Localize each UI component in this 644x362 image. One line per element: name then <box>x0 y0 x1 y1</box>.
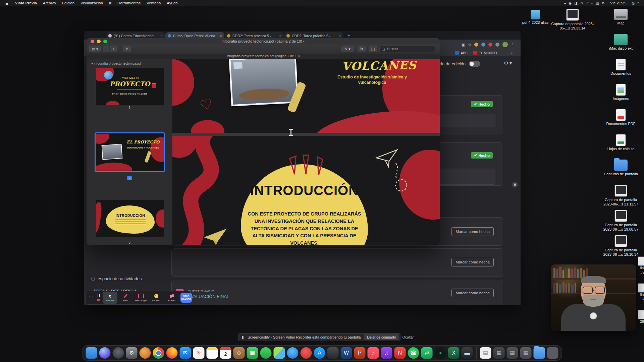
dock-word[interactable]: W <box>341 347 352 359</box>
webcam-overlay[interactable] <box>551 264 636 331</box>
page-thumbnail-1[interactable]: PROPUESTA PROYECTO PROF. DAVID PÉREZ VIL… <box>96 68 164 105</box>
page-thumbnail-2[interactable]: EL PROYECTO TERREMOTOS Y VOLCANES <box>96 133 164 171</box>
dock-contacts[interactable]: ☺ <box>233 347 245 359</box>
menu-ventana[interactable]: Ventana <box>144 1 164 5</box>
course-index-activity[interactable]: espacio de actividades <box>91 276 142 281</box>
dock-notes[interactable] <box>207 347 218 359</box>
dock-display-2[interactable]: ▦ <box>507 347 518 359</box>
bookmark-star-icon[interactable]: ☆ <box>468 43 471 47</box>
menu-herramientas[interactable]: Herramientas <box>114 1 144 5</box>
dock-spotify[interactable]: ≈ <box>435 347 446 359</box>
preview-titlebar[interactable]: infografía proyecto tectónica.pdf (págin… <box>87 38 440 44</box>
dock-news[interactable]: N <box>394 347 406 359</box>
dock-screen-share[interactable]: ⇄ <box>421 347 433 359</box>
desktop-icon-screenshot[interactable]: Captura de pantalla 2023-05-...s 19.33.1… <box>549 9 596 30</box>
mark-done-button[interactable]: Marcar como hecha <box>451 258 494 266</box>
menu-vista-previa[interactable]: Vista Previa <box>12 1 40 5</box>
eraser-tool[interactable]: Eraser <box>164 292 179 304</box>
stop-recording-button[interactable] <box>97 299 100 301</box>
zoom-in-button[interactable]: + <box>110 46 117 52</box>
dock-siri[interactable] <box>99 347 111 359</box>
dock-finder[interactable] <box>86 347 97 359</box>
dock-documents-stack[interactable]: ▤ <box>480 347 491 359</box>
pdf-content[interactable]: VOLCANES Estudio de investigación sísmic… <box>172 59 440 245</box>
hide-notification-button[interactable]: Ocultar <box>402 335 414 339</box>
extension-icon[interactable] <box>488 43 492 47</box>
desktop-icon-imac-disco-ext[interactable]: iMac disco ext <box>602 34 639 51</box>
tab-close-icon[interactable]: × <box>339 34 341 38</box>
extension-icon[interactable] <box>474 43 478 47</box>
status-icon[interactable]: ◎ <box>630 1 636 5</box>
desktop-icon-captura-de-pantalla-2023-06-s-[interactable]: Captura de pantalla 2023-06-...s 19.08.5… <box>602 210 639 231</box>
stickers-tool[interactable]: Stickers <box>149 292 164 304</box>
extensions-icon[interactable]: ▣ <box>462 43 465 47</box>
markup-toolbar-button[interactable]: ◫ <box>369 46 377 52</box>
rotate-button[interactable]: ↻ <box>358 46 366 52</box>
dock-photos[interactable]: ✳ <box>193 347 205 359</box>
status-icon[interactable]: ◨ <box>573 1 579 5</box>
status-badge[interactable]: ✔Hecho <box>471 101 493 107</box>
dock-display-1[interactable]: ▦ <box>493 347 505 359</box>
menu-ir[interactable]: Ir <box>106 1 114 5</box>
desktop-icon-im-genes[interactable]: Imágenes <box>602 84 639 101</box>
browser-menu-icon[interactable]: ⋮ <box>511 43 515 47</box>
dock-media-red[interactable] <box>301 347 312 359</box>
dock-facetime[interactable]: ▣ <box>247 347 258 359</box>
desktop-icon-documentos-pdf[interactable]: Documentos PDF <box>602 109 639 126</box>
drag-handle-icon[interactable]: ⋮⋮ <box>88 296 94 300</box>
dock-maps[interactable] <box>274 347 285 359</box>
gear-icon[interactable]: ⚙ ▾ <box>504 60 512 66</box>
status-icon[interactable]: ♡ <box>584 1 590 5</box>
desktop-icon-hojas-de-c-lculo[interactable]: Hojas de cálculo <box>602 134 639 151</box>
search-input[interactable] <box>386 47 428 51</box>
menu-edición[interactable]: Edición <box>59 1 77 5</box>
tab-close-icon[interactable]: × <box>220 34 222 38</box>
menu-ayuda[interactable]: Ayuda <box>164 1 180 5</box>
mark-done-button[interactable]: Marcar como hecha <box>451 227 494 236</box>
dock-mail[interactable]: ✉ <box>180 347 191 359</box>
menu-visualización[interactable]: Visualización <box>77 1 106 5</box>
new-tab-button[interactable]: + <box>347 33 350 38</box>
extension-icon[interactable] <box>495 43 499 47</box>
edit-mode-toggle[interactable] <box>469 61 480 67</box>
dock-messages[interactable] <box>260 347 272 359</box>
status-icon[interactable]: ↻ <box>579 1 584 5</box>
status-icon[interactable]: ◉ <box>568 1 573 5</box>
dock-launchpad[interactable] <box>113 347 124 359</box>
markup-pencil-button[interactable]: ✎ ▾ <box>341 46 354 52</box>
tab-close-icon[interactable]: × <box>161 34 163 38</box>
dock-music[interactable]: ♪ <box>368 347 379 359</box>
dock-podcasts[interactable]: ♫ <box>381 347 392 359</box>
desktop-icon-mac[interactable]: Mac <box>602 9 639 25</box>
status-icon[interactable]: ▸ <box>563 1 568 5</box>
desktop-icon-captura-de-pantalla-2023-06-s-[interactable]: Captura de pantalla 2023-06-...s 21.11.5… <box>602 185 639 206</box>
sidebar-toggle-button[interactable]: ▤ ▾ <box>89 46 101 52</box>
mark-done-button[interactable]: Marcar como hecha <box>451 289 494 297</box>
mouse-tool[interactable]: Mouse <box>103 292 117 304</box>
dock-folder-downloads[interactable] <box>534 347 545 359</box>
desktop-icon-captura-de-pantalla-2023-06-s-[interactable]: Captura de pantalla 2023-06-...s 19.10.3… <box>602 235 639 256</box>
activity-link[interactable]: EVALUACIÓN FINAL <box>188 294 229 299</box>
dock-system-settings[interactable]: ⚙ <box>126 347 138 359</box>
profile-avatar[interactable] <box>502 42 508 47</box>
dock-utility-dark[interactable] <box>327 347 339 359</box>
microphone-indicator[interactable] <box>512 182 518 188</box>
menu-clock[interactable]: Vie 21:35 <box>607 1 629 5</box>
bookmarks-overflow-icon[interactable]: » <box>511 51 513 55</box>
stop-sharing-button[interactable]: Dejar de compartir <box>364 334 399 340</box>
stop-webcam-button[interactable]: STOP WEBCAM <box>180 293 192 303</box>
status-icon[interactable]: ≈ <box>590 1 595 5</box>
page-thumbnail-3[interactable]: INTRODUCCIÓN <box>96 200 164 237</box>
status-icon[interactable]: ≡ <box>636 1 641 5</box>
dock-excel[interactable]: X <box>448 347 460 359</box>
share-button[interactable]: ⇧ <box>123 46 131 52</box>
search-field[interactable] <box>379 46 435 52</box>
dock-whatsapp[interactable]: ☎ <box>408 347 419 359</box>
dock-display-3[interactable]: ▦ <box>520 347 532 359</box>
dock-photo-booth[interactable] <box>140 347 151 359</box>
dock-app-store[interactable]: A <box>314 347 325 359</box>
desktop-icon-documentos[interactable]: Documentos <box>602 59 639 76</box>
dock-chrome[interactable] <box>153 347 164 359</box>
desktop-icon-capturas-de-pantalla[interactable]: Capturas de pantalla <box>602 160 639 176</box>
rectangle-tool[interactable]: Rectangle <box>133 292 148 304</box>
